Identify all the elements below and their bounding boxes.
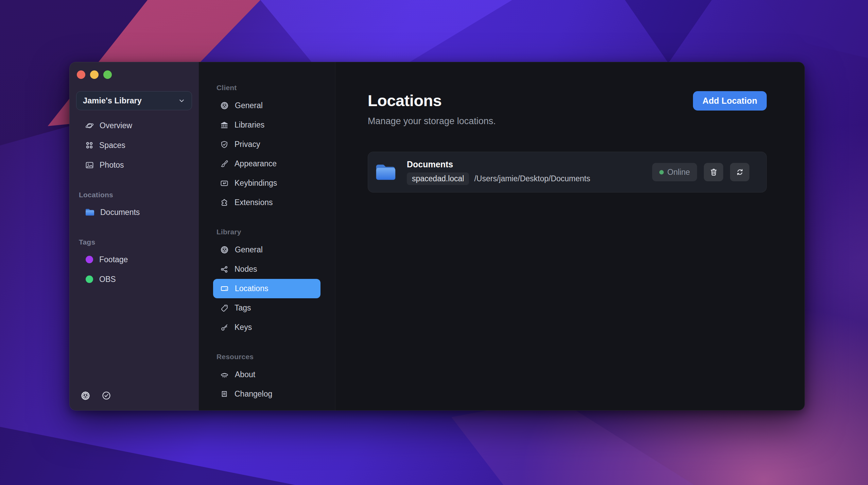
location-actions: Online	[652, 163, 749, 181]
sidebar-item-tag-obs[interactable]: OBS	[76, 269, 192, 289]
folder-icon	[85, 208, 95, 216]
location-path: /Users/jamie/Desktop/Documents	[474, 174, 590, 183]
page-subtitle: Manage your storage locations.	[368, 116, 496, 127]
sidebar-item-label: OBS	[99, 275, 116, 284]
location-host-chip: spacedad.local	[407, 172, 469, 185]
sidebar-item-overview[interactable]: Overview	[76, 116, 192, 135]
app-window: Jamie's Library Overview Spaces	[69, 62, 805, 411]
sidebar-section-tags: Tags	[79, 238, 192, 246]
location-info: Documents spacedad.local /Users/jamie/De…	[407, 160, 590, 185]
location-card[interactable]: Documents spacedad.local /Users/jamie/De…	[368, 152, 767, 193]
check-circle-icon	[101, 390, 111, 401]
sidebar-item-label: Overview	[100, 121, 132, 130]
minimize-window-button[interactable]	[90, 70, 99, 79]
nav-item-about[interactable]: About	[213, 365, 320, 384]
tag-icon	[220, 304, 229, 313]
nav-section-client: Client	[213, 84, 320, 92]
nav-item-client-general[interactable]: General	[213, 96, 320, 115]
status-badge: Online	[652, 163, 697, 181]
tag-color-dot	[86, 256, 93, 263]
nav-item-extensions[interactable]: Extensions	[213, 193, 320, 212]
folder-icon	[375, 163, 397, 181]
sidebar-item-documents[interactable]: Documents	[76, 202, 192, 222]
nav-section-library: Library	[213, 228, 320, 236]
nav-item-label: Changelog	[235, 389, 272, 399]
sidebar-nav: Overview Spaces Photos Locations	[69, 110, 199, 289]
share-nodes-icon	[220, 265, 229, 274]
sidebar-footer	[80, 390, 111, 401]
puzzle-icon	[220, 198, 229, 207]
sidebar: Jamie's Library Overview Spaces	[69, 62, 199, 411]
gear-icon	[80, 390, 91, 401]
nav-item-libraries[interactable]: Libraries	[213, 115, 320, 135]
location-name: Documents	[407, 160, 590, 169]
nav-item-label: Libraries	[235, 120, 264, 130]
nav-item-privacy[interactable]: Privacy	[213, 135, 320, 154]
nav-item-label: Keybindings	[235, 179, 277, 188]
sidebar-section-locations: Locations	[79, 191, 192, 199]
delete-location-button[interactable]	[704, 163, 723, 181]
page-title: Locations	[368, 91, 496, 110]
sidebar-item-photos[interactable]: Photos	[76, 155, 192, 175]
sidebar-item-label: Photos	[100, 161, 124, 170]
sync-status-button[interactable]	[101, 390, 111, 401]
nav-item-label: Locations	[235, 284, 268, 293]
nav-item-appearance[interactable]: Appearance	[213, 154, 320, 173]
nav-item-locations[interactable]: Locations	[213, 279, 320, 298]
nav-item-label: General	[235, 245, 263, 254]
tag-color-dot	[86, 275, 93, 283]
add-location-button[interactable]: Add Location	[693, 91, 767, 111]
keyboard-return-icon	[220, 179, 229, 188]
sidebar-item-tag-footage[interactable]: Footage	[76, 250, 192, 269]
bank-icon	[220, 121, 229, 130]
zoom-window-button[interactable]	[103, 70, 112, 79]
nav-item-keys[interactable]: Keys	[213, 318, 320, 337]
photos-icon	[85, 161, 94, 170]
shield-check-icon	[220, 140, 229, 149]
location-meta: spacedad.local /Users/jamie/Desktop/Docu…	[407, 172, 590, 185]
nav-item-tags[interactable]: Tags	[213, 298, 320, 318]
paintbrush-icon	[220, 160, 229, 168]
planet-icon	[85, 121, 94, 130]
gear-icon	[220, 101, 229, 110]
ufo-icon	[220, 370, 229, 379]
nav-item-label: About	[235, 370, 255, 379]
online-dot-icon	[659, 170, 664, 174]
settings-content: Locations Manage your storage locations.…	[335, 62, 805, 411]
grid-icon	[85, 141, 94, 150]
sync-icon	[735, 167, 745, 177]
chevron-down-icon	[178, 97, 186, 105]
nav-item-label: General	[235, 101, 263, 110]
trash-icon	[709, 167, 718, 177]
library-selector-label: Jamie's Library	[83, 96, 142, 105]
location-card-icon	[220, 284, 229, 293]
nav-item-label: Appearance	[235, 159, 277, 168]
settings-nav: Client General Libraries Privacy Appeara…	[199, 62, 335, 411]
nav-item-keybindings[interactable]: Keybindings	[213, 173, 320, 193]
nav-item-label: Privacy	[235, 140, 260, 149]
key-icon	[220, 323, 229, 332]
nav-section-resources: Resources	[213, 353, 320, 361]
settings-gear-button[interactable]	[80, 390, 91, 401]
rescan-location-button[interactable]	[730, 163, 749, 181]
changelog-icon	[220, 390, 229, 399]
sidebar-item-label: Documents	[100, 208, 140, 217]
sidebar-item-label: Footage	[99, 255, 128, 264]
close-window-button[interactable]	[77, 70, 85, 79]
page-header: Locations Manage your storage locations.…	[368, 91, 767, 127]
status-label: Online	[667, 168, 690, 177]
nav-item-library-general[interactable]: General	[213, 240, 320, 260]
nav-item-label: Tags	[235, 303, 251, 313]
nav-item-label: Nodes	[235, 265, 257, 274]
nav-item-nodes[interactable]: Nodes	[213, 260, 320, 279]
window-controls	[69, 62, 199, 79]
nav-item-changelog[interactable]: Changelog	[213, 384, 320, 404]
nav-item-label: Keys	[235, 323, 252, 332]
sidebar-item-label: Spaces	[99, 141, 125, 150]
sidebar-item-spaces[interactable]: Spaces	[76, 135, 192, 155]
library-selector[interactable]: Jamie's Library	[76, 91, 192, 110]
nav-item-label: Extensions	[235, 198, 273, 207]
gear-icon	[220, 245, 229, 254]
